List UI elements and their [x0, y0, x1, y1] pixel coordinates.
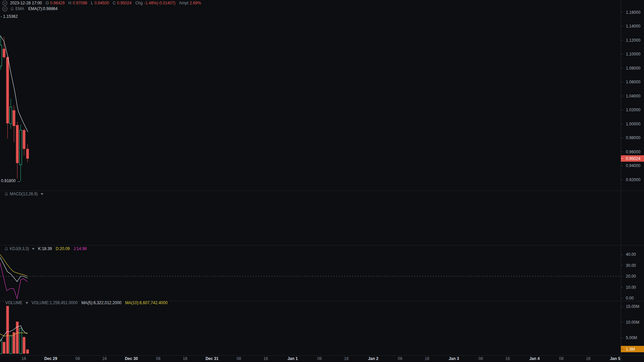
- pane-separator[interactable]: [0, 191, 644, 191]
- chevron-down-icon[interactable]: [26, 302, 28, 304]
- price-axis-label: 1.00000: [621, 121, 644, 127]
- time-axis-label: 16: [425, 356, 429, 361]
- chevron-down-icon[interactable]: [41, 193, 43, 195]
- alert-bell-icon[interactable]: [10, 7, 14, 11]
- volume-value: VOLUME:1,259,451.0000: [32, 300, 78, 306]
- candle-body-up: [10, 107, 12, 124]
- kdj-label[interactable]: KDJ(9,3,3): [10, 246, 29, 251]
- kdj-k-value: K:18.39: [38, 246, 52, 251]
- candle-body-down: [26, 149, 29, 159]
- candle-body-down: [6, 57, 9, 123]
- volume-axis-label: 10.00M: [621, 320, 644, 325]
- last-volume-badge: 1.3M: [621, 346, 644, 352]
- candle-body-up: [0, 45, 2, 66]
- price-axis-label: 0.98000: [621, 135, 644, 140]
- candle-body-down: [3, 49, 5, 57]
- low-value: 0.94500: [94, 1, 109, 6]
- volume-ma5-value: MA(5):6,322,012.2000: [81, 300, 121, 306]
- amplitude-label: Ampl: [179, 1, 188, 6]
- volume-bar-down: [3, 342, 5, 354]
- change-value: -1.46%(-0.01407): [144, 1, 175, 6]
- time-axis-label: 16: [586, 356, 590, 361]
- time-axis-label: 16: [102, 356, 106, 361]
- chart-canvas[interactable]: [0, 0, 621, 362]
- high-value: 0.97098: [73, 1, 87, 6]
- time-axis-label: Dec 29: [44, 356, 57, 361]
- kdj-indicator-bar: KDJ(9,3,3) K:18.39 D:20.09 J:14.98: [4, 246, 90, 251]
- open-label: O: [46, 1, 49, 6]
- candle-body-down: [23, 130, 26, 149]
- change-label: Chg: [135, 1, 143, 6]
- volume-bar-down: [6, 306, 9, 354]
- volume-bar-up: [10, 336, 12, 354]
- time-axis-label: 16: [344, 356, 348, 361]
- time-axis-label: 08: [156, 356, 160, 361]
- volume-bar-down: [26, 350, 29, 354]
- low-price-marker: 0.91800 →: [1, 178, 21, 183]
- time-axis-label: 08: [317, 356, 321, 361]
- volume-axis-label: 5.00M: [621, 335, 644, 340]
- high-price-marker: - 1.15362: [1, 14, 18, 19]
- time-axis-label: Jan 1: [288, 356, 298, 361]
- time-axis-label: Jan 3: [449, 356, 459, 361]
- time-axis-label: 08: [237, 356, 241, 361]
- price-axis-label: 1.16000: [621, 10, 644, 15]
- amplitude-value: 2.69%: [189, 1, 201, 6]
- time-axis-label: Dec 30: [125, 356, 138, 361]
- candle-timestamp: 2023-12-28 17:00: [10, 1, 42, 6]
- time-axis-label: 08: [559, 356, 563, 361]
- macd-indicator-bar[interactable]: MACD(12,26,9): [4, 192, 47, 197]
- alert-bell-icon[interactable]: [4, 192, 8, 196]
- ema-indicator-bar: EMA EMA(7):0.98864: [2, 6, 57, 11]
- price-axis-label: 1.14000: [621, 24, 644, 29]
- price-axis-label: 1.02000: [621, 107, 644, 113]
- collapse-circle-icon[interactable]: [2, 1, 7, 6]
- ema-value: EMA(7):0.98864: [28, 6, 57, 11]
- volume-axis-label: 15.00M: [621, 304, 644, 309]
- time-axis-label: Jan 2: [368, 356, 379, 361]
- time-axis-label: 08: [75, 356, 80, 361]
- trading-chart: 2023-12-28 17:00 O0.96429 H0.97098 L0.94…: [0, 0, 644, 362]
- time-axis-label: 16: [263, 356, 268, 361]
- volume-bar-up: [19, 328, 22, 354]
- time-axis-label: Dec 31: [206, 356, 219, 361]
- price-axis-label: 1.12000: [621, 38, 644, 43]
- close-label: C: [113, 1, 116, 6]
- candle-body-down: [13, 110, 15, 126]
- candle-body-down: [16, 125, 19, 163]
- close-value: 0.95024: [117, 1, 131, 6]
- time-axis-label: Jan 5: [610, 356, 620, 361]
- time-axis-label: 08: [478, 356, 483, 361]
- macd-label[interactable]: MACD(12,26,9): [10, 192, 38, 197]
- alert-bell-icon[interactable]: [4, 247, 8, 251]
- kdj-d-value: D:20.09: [56, 246, 70, 251]
- low-label: L: [91, 1, 93, 6]
- price-axis-label: 1.08000: [621, 66, 644, 71]
- last-price-badge: 0.95024: [621, 155, 644, 162]
- ema-name[interactable]: EMA: [15, 6, 24, 11]
- price-axis-label: 0.92000: [621, 177, 644, 183]
- kdj-axis-label: 20.00: [621, 274, 644, 279]
- time-axis-label: 16: [183, 356, 187, 361]
- volume-bar-up: [0, 340, 2, 354]
- kdj-j-value: J:14.98: [74, 246, 87, 251]
- time-axis-label: 16: [22, 356, 26, 361]
- kdj-axis-label: 40.00: [621, 252, 644, 257]
- kdj-j-line: [0, 263, 28, 299]
- time-axis-label: 16: [505, 356, 510, 361]
- chevron-down-icon[interactable]: [32, 248, 35, 250]
- time-axis-label: Jan 4: [529, 356, 540, 361]
- time-axis-label: 08: [398, 356, 402, 361]
- open-value: 0.96429: [50, 1, 65, 6]
- price-axis-label: 1.10000: [621, 51, 644, 57]
- kdj-axis-label: 0.00: [621, 295, 644, 301]
- price-axis-label: 0.94000: [621, 163, 644, 168]
- ohlc-info-bar: 2023-12-28 17:00 O0.96429 H0.97098 L0.94…: [2, 1, 205, 6]
- collapse-circle-icon[interactable]: [2, 6, 7, 11]
- volume-label[interactable]: VOLUME: [5, 300, 23, 306]
- kdj-axis-label: 30.00: [621, 263, 644, 268]
- kdj-axis-label: 10.00: [621, 285, 644, 290]
- pane-separator[interactable]: [0, 245, 644, 245]
- price-axis-label: 1.04000: [621, 93, 644, 99]
- time-axis-border: [0, 355, 644, 356]
